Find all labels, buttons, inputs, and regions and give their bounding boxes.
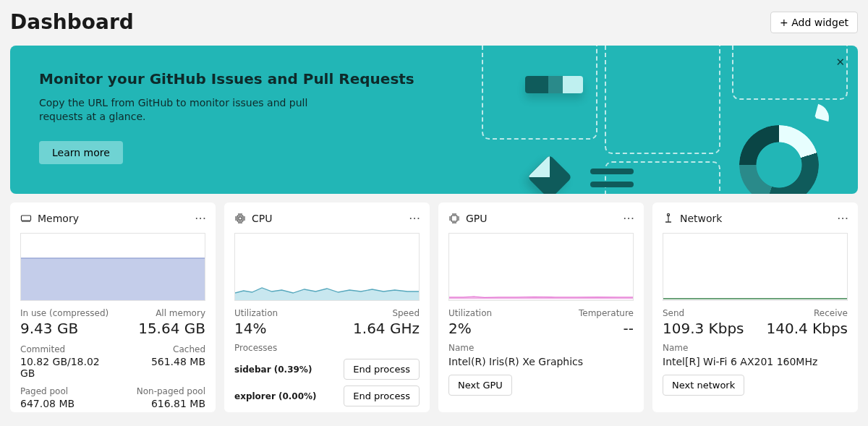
- gpu-name-value: Intel(R) Iris(R) Xe Graphics: [448, 356, 634, 367]
- network-icon: [663, 213, 674, 224]
- memory-title: Memory: [38, 213, 79, 224]
- gpu-title: GPU: [466, 213, 488, 224]
- memory-in-use-label: In use (compressed): [20, 308, 113, 318]
- svg-rect-1: [21, 258, 205, 300]
- github-promo-banner: Monitor your GitHub Issues and Pull Requ…: [10, 46, 858, 194]
- network-name-label: Name: [663, 343, 848, 353]
- cpu-speed-label: Speed: [327, 308, 420, 318]
- svg-rect-0: [22, 216, 31, 221]
- process-name: explorer (0.00%): [234, 391, 317, 401]
- cpu-processes-label: Processes: [234, 343, 420, 353]
- promo-title: Monitor your GitHub Issues and Pull Requ…: [39, 70, 829, 88]
- cpu-util-value: 14%: [234, 320, 327, 337]
- network-widget: ⋯ Network Send Receive 109.3 Kbps 140.4 …: [652, 203, 858, 412]
- gpu-util-value: 2%: [448, 320, 541, 337]
- memory-icon: [20, 213, 32, 224]
- network-menu-icon[interactable]: ⋯: [837, 211, 849, 225]
- memory-committed-label: Commited: [20, 344, 113, 354]
- network-chart: [663, 233, 848, 301]
- next-network-button[interactable]: Next network: [663, 375, 744, 396]
- end-process-button[interactable]: End process: [344, 385, 420, 406]
- gpu-util-label: Utilization: [448, 308, 541, 318]
- memory-all-label: All memory: [113, 308, 205, 318]
- svg-rect-4: [239, 217, 242, 220]
- add-widget-button[interactable]: + Add widget: [770, 12, 858, 33]
- memory-cached-label: Cached: [113, 344, 205, 354]
- process-row: explorer (0.00%) End process: [234, 385, 420, 406]
- network-title: Network: [680, 213, 722, 224]
- memory-cached-value: 561.48 MB: [113, 356, 205, 379]
- memory-paged-value: 647.08 MB: [20, 398, 113, 409]
- gpu-chart: [448, 233, 634, 301]
- network-send-label: Send: [663, 308, 755, 318]
- process-name: sidebar (0.39%): [234, 365, 312, 375]
- memory-nonpaged-label: Non-paged pool: [113, 386, 205, 396]
- gpu-name-label: Name: [448, 343, 634, 353]
- close-icon[interactable]: ✕: [835, 56, 845, 69]
- network-send-value: 109.3 Kbps: [663, 320, 755, 337]
- cpu-chart: [234, 233, 420, 301]
- gpu-widget: ⋯ GPU Utilization Temperature 2% -- Name…: [438, 203, 644, 412]
- svg-rect-3: [237, 216, 243, 221]
- promo-illustration: [453, 46, 858, 194]
- next-gpu-button[interactable]: Next GPU: [448, 375, 512, 396]
- cpu-util-label: Utilization: [234, 308, 327, 318]
- end-process-button[interactable]: End process: [344, 359, 420, 380]
- gpu-icon: [448, 213, 460, 224]
- cpu-speed-value: 1.64 GHz: [327, 320, 420, 337]
- memory-in-use-value: 9.43 GB: [20, 320, 113, 337]
- memory-committed-value: 10.82 GB/18.02 GB: [20, 356, 113, 379]
- promo-description: Copy the URL from GitHub to monitor issu…: [39, 96, 328, 124]
- memory-widget: ⋯ Memory In use (compressed) All memory …: [10, 203, 216, 412]
- memory-menu-icon[interactable]: ⋯: [195, 211, 207, 225]
- memory-nonpaged-value: 616.81 MB: [113, 398, 205, 409]
- svg-rect-5: [451, 216, 457, 221]
- gpu-temp-value: --: [541, 320, 634, 337]
- network-receive-label: Receive: [755, 308, 848, 318]
- learn-more-button[interactable]: Learn more: [39, 141, 123, 164]
- gpu-menu-icon[interactable]: ⋯: [623, 211, 635, 225]
- cpu-icon: [234, 213, 246, 224]
- cpu-menu-icon[interactable]: ⋯: [409, 211, 421, 225]
- network-name-value: Intel[R] Wi-Fi 6 AX201 160MHz: [663, 356, 848, 367]
- memory-paged-label: Paged pool: [20, 386, 113, 396]
- network-receive-value: 140.4 Kbps: [755, 320, 848, 337]
- page-title: Dashboard: [10, 10, 134, 34]
- cpu-widget: ⋯ CPU Utilization Speed 14% 1.64 GHz Pro…: [224, 203, 430, 412]
- memory-all-value: 15.64 GB: [113, 320, 205, 337]
- cpu-title: CPU: [252, 213, 272, 224]
- process-row: sidebar (0.39%) End process: [234, 359, 420, 380]
- gpu-temp-label: Temperature: [541, 308, 634, 318]
- memory-chart: [20, 233, 205, 301]
